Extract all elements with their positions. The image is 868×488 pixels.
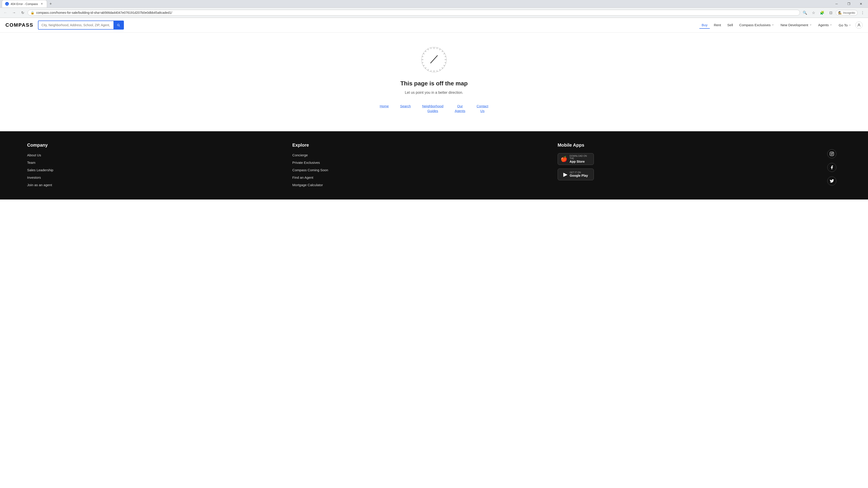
svg-line-10 xyxy=(443,65,445,66)
footer-company: Company About Us Team Sales Leadership I… xyxy=(27,142,283,191)
profile-button[interactable]: ⊡ xyxy=(827,9,834,16)
more-options-button[interactable]: ⋮ xyxy=(859,9,866,16)
browser-chrome: ⚠ 404 Error - Compass ✕ + ─ ❐ ✕ ← → ↻ 🔒 … xyxy=(0,0,868,18)
google-play-text: GET IT ON Google Play xyxy=(569,171,588,177)
back-button[interactable]: ← xyxy=(2,9,9,16)
bookmark-button[interactable]: ☆ xyxy=(810,9,817,16)
svg-line-6 xyxy=(443,54,445,54)
refresh-button[interactable]: ↻ xyxy=(19,9,26,16)
search-input[interactable] xyxy=(38,21,114,30)
compass-illustration xyxy=(421,46,447,73)
svg-line-11 xyxy=(442,68,443,68)
address-bar[interactable] xyxy=(36,11,797,14)
forward-button[interactable]: → xyxy=(10,9,18,16)
svg-line-7 xyxy=(445,57,446,57)
link-home[interactable]: Home xyxy=(380,104,389,108)
search-button[interactable] xyxy=(114,21,124,30)
app-store-badge[interactable]: 🍎 Download on the App Store xyxy=(558,153,814,165)
google-play-line2: Google Play xyxy=(569,174,588,177)
footer-explore-title: Explore xyxy=(292,142,548,148)
footer-mobile-apps-title: Mobile Apps xyxy=(558,142,814,148)
nav-agents[interactable]: Agents xyxy=(816,22,835,29)
footer-link-find-agent[interactable]: Find an Agent xyxy=(292,175,548,180)
footer-mobile-apps: Mobile Apps 🍎 Download on the App Store … xyxy=(558,142,814,191)
google-play-icon: ▶ xyxy=(563,171,567,177)
close-button[interactable]: ✕ xyxy=(856,0,866,7)
incognito-badge: 🕵 Incognito xyxy=(836,10,858,15)
error-title: This page is off the map xyxy=(400,80,468,87)
svg-line-16 xyxy=(428,69,429,70)
extensions-button[interactable]: 🧩 xyxy=(818,9,826,16)
search-container xyxy=(38,21,124,30)
footer-link-concierge[interactable]: Concierge xyxy=(292,153,548,157)
svg-line-24 xyxy=(428,49,429,50)
footer-link-compass-coming-soon[interactable]: Compass Coming Soon xyxy=(292,168,548,172)
error-subtitle: Let us point you in a better direction. xyxy=(405,91,463,95)
logo[interactable]: COMPASS xyxy=(5,22,33,28)
user-icon xyxy=(857,23,861,27)
svg-point-29 xyxy=(833,153,833,153)
minimize-button[interactable]: ─ xyxy=(831,0,842,7)
svg-line-5 xyxy=(442,51,443,52)
footer-link-sales-leadership[interactable]: Sales Leadership xyxy=(27,168,283,172)
svg-line-15 xyxy=(431,70,431,72)
search-page-button[interactable]: 🔍 xyxy=(801,9,809,16)
website-content: COMPASS Buy Rent Sell Compass Exclusives… xyxy=(0,18,868,479)
tab-title: 404 Error - Compass xyxy=(11,2,38,6)
link-neighborhood-guides[interactable]: Neighborhood Guides xyxy=(422,104,443,113)
browser-tab[interactable]: ⚠ 404 Error - Compass ✕ xyxy=(2,0,47,7)
facebook-icon[interactable] xyxy=(827,163,836,172)
footer-explore: Explore Concierge Private Exclusives Com… xyxy=(292,142,548,191)
footer-link-about-us[interactable]: About Us xyxy=(27,153,283,157)
incognito-label: Incognito xyxy=(843,11,855,14)
footer-company-title: Company xyxy=(27,142,283,148)
footer-link-team[interactable]: Team xyxy=(27,161,283,164)
link-our-agents[interactable]: Our Agents xyxy=(455,104,465,113)
incognito-icon: 🕵 xyxy=(838,11,842,14)
footer-link-mortgage-calculator[interactable]: Mortgage Calculator xyxy=(292,183,548,187)
svg-rect-27 xyxy=(830,152,834,156)
window-controls: ─ ❐ ✕ xyxy=(831,0,866,7)
nav-new-development[interactable]: New Development xyxy=(778,22,814,29)
tab-close-button[interactable]: ✕ xyxy=(40,2,43,6)
chevron-down-icon xyxy=(772,24,774,26)
nav-compass-exclusives[interactable]: Compass Exclusives xyxy=(737,22,776,29)
svg-line-21 xyxy=(422,57,423,57)
security-icon: 🔒 xyxy=(31,11,34,14)
svg-line-25 xyxy=(431,48,431,49)
google-play-badge[interactable]: ▶ GET IT ON Google Play xyxy=(558,168,814,180)
footer-link-private-exclusives[interactable]: Private Exclusives xyxy=(292,161,548,164)
svg-line-26 xyxy=(431,56,437,63)
link-search[interactable]: Search xyxy=(400,104,411,108)
error-content: This page is off the map Let us point yo… xyxy=(0,33,868,131)
error-nav-links: Home Search Neighborhood Guides Our Agen… xyxy=(380,104,488,113)
navbar: COMPASS Buy Rent Sell Compass Exclusives… xyxy=(0,18,868,33)
nav-sell[interactable]: Sell xyxy=(725,22,735,29)
footer-link-investors[interactable]: Investors xyxy=(27,175,283,180)
instagram-icon[interactable] xyxy=(827,149,836,158)
svg-point-0 xyxy=(858,24,860,25)
nav-buy[interactable]: Buy xyxy=(700,22,710,29)
nav-goto[interactable]: Go To xyxy=(836,22,854,29)
apple-icon: 🍎 xyxy=(561,156,567,162)
svg-line-4 xyxy=(440,49,440,50)
link-contact-us[interactable]: Contact Us xyxy=(476,104,488,113)
app-store-line1: Download on the xyxy=(569,155,591,160)
svg-line-19 xyxy=(422,63,423,63)
app-store-badge-container: 🍎 Download on the App Store xyxy=(558,153,594,165)
svg-line-12 xyxy=(440,69,440,70)
svg-line-23 xyxy=(425,51,426,52)
browser-toolbar: ← → ↻ 🔒 🔍 ☆ 🧩 ⊡ 🕵 Incognito ⋮ xyxy=(0,7,868,18)
svg-line-9 xyxy=(445,63,446,63)
social-icons xyxy=(823,142,841,191)
svg-line-3 xyxy=(437,48,437,49)
twitter-icon[interactable] xyxy=(827,176,836,186)
maximize-button[interactable]: ❐ xyxy=(844,0,854,7)
new-tab-button[interactable]: + xyxy=(48,1,54,7)
google-play-badge-container: ▶ GET IT ON Google Play xyxy=(558,168,594,180)
nav-rent[interactable]: Rent xyxy=(712,22,723,29)
svg-line-22 xyxy=(423,54,424,54)
app-store-line2: App Store xyxy=(569,160,591,164)
user-profile-button[interactable] xyxy=(855,22,863,29)
footer-link-join-agent[interactable]: Join as an agent xyxy=(27,183,283,187)
